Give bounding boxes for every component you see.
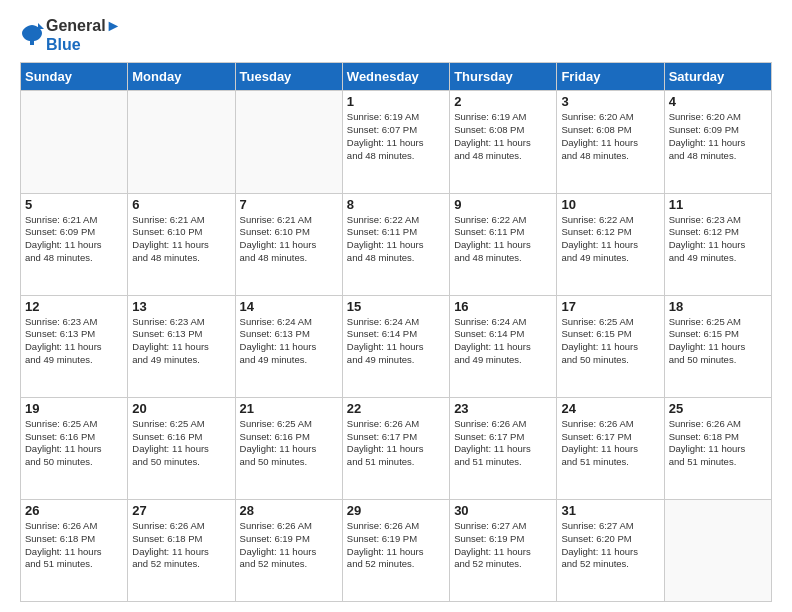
day-info: Sunrise: 6:19 AM Sunset: 6:08 PM Dayligh… [454, 111, 552, 162]
day-number: 16 [454, 299, 552, 314]
header-sunday: Sunday [21, 63, 128, 91]
calendar-cell-w3-d6: 17Sunrise: 6:25 AM Sunset: 6:15 PM Dayli… [557, 295, 664, 397]
calendar-cell-w3-d7: 18Sunrise: 6:25 AM Sunset: 6:15 PM Dayli… [664, 295, 771, 397]
day-info: Sunrise: 6:23 AM Sunset: 6:13 PM Dayligh… [25, 316, 123, 367]
day-number: 15 [347, 299, 445, 314]
calendar-week-2: 5Sunrise: 6:21 AM Sunset: 6:09 PM Daylig… [21, 193, 772, 295]
day-number: 28 [240, 503, 338, 518]
calendar-cell-w1-d2 [128, 91, 235, 193]
day-number: 29 [347, 503, 445, 518]
day-info: Sunrise: 6:27 AM Sunset: 6:20 PM Dayligh… [561, 520, 659, 571]
calendar-cell-w1-d4: 1Sunrise: 6:19 AM Sunset: 6:07 PM Daylig… [342, 91, 449, 193]
calendar-cell-w4-d3: 21Sunrise: 6:25 AM Sunset: 6:16 PM Dayli… [235, 397, 342, 499]
day-number: 9 [454, 197, 552, 212]
day-info: Sunrise: 6:25 AM Sunset: 6:16 PM Dayligh… [25, 418, 123, 469]
header-thursday: Thursday [450, 63, 557, 91]
calendar-week-4: 19Sunrise: 6:25 AM Sunset: 6:16 PM Dayli… [21, 397, 772, 499]
day-info: Sunrise: 6:26 AM Sunset: 6:19 PM Dayligh… [240, 520, 338, 571]
day-info: Sunrise: 6:26 AM Sunset: 6:17 PM Dayligh… [454, 418, 552, 469]
calendar-cell-w1-d7: 4Sunrise: 6:20 AM Sunset: 6:09 PM Daylig… [664, 91, 771, 193]
calendar-cell-w5-d4: 29Sunrise: 6:26 AM Sunset: 6:19 PM Dayli… [342, 499, 449, 601]
day-number: 17 [561, 299, 659, 314]
day-number: 2 [454, 94, 552, 109]
day-number: 4 [669, 94, 767, 109]
calendar-table: Sunday Monday Tuesday Wednesday Thursday… [20, 62, 772, 602]
logo: General► Blue [20, 16, 121, 54]
calendar-cell-w2-d1: 5Sunrise: 6:21 AM Sunset: 6:09 PM Daylig… [21, 193, 128, 295]
day-number: 12 [25, 299, 123, 314]
day-info: Sunrise: 6:22 AM Sunset: 6:11 PM Dayligh… [454, 214, 552, 265]
calendar-cell-w4-d6: 24Sunrise: 6:26 AM Sunset: 6:17 PM Dayli… [557, 397, 664, 499]
calendar-cell-w3-d3: 14Sunrise: 6:24 AM Sunset: 6:13 PM Dayli… [235, 295, 342, 397]
day-info: Sunrise: 6:22 AM Sunset: 6:11 PM Dayligh… [347, 214, 445, 265]
calendar-cell-w1-d3 [235, 91, 342, 193]
day-info: Sunrise: 6:26 AM Sunset: 6:17 PM Dayligh… [561, 418, 659, 469]
day-number: 11 [669, 197, 767, 212]
day-number: 18 [669, 299, 767, 314]
calendar-cell-w2-d2: 6Sunrise: 6:21 AM Sunset: 6:10 PM Daylig… [128, 193, 235, 295]
calendar-cell-w2-d4: 8Sunrise: 6:22 AM Sunset: 6:11 PM Daylig… [342, 193, 449, 295]
logo-bird-icon [20, 21, 44, 49]
calendar-cell-w4-d1: 19Sunrise: 6:25 AM Sunset: 6:16 PM Dayli… [21, 397, 128, 499]
day-number: 3 [561, 94, 659, 109]
day-number: 23 [454, 401, 552, 416]
day-number: 7 [240, 197, 338, 212]
calendar-cell-w1-d1 [21, 91, 128, 193]
calendar-cell-w2-d6: 10Sunrise: 6:22 AM Sunset: 6:12 PM Dayli… [557, 193, 664, 295]
day-number: 30 [454, 503, 552, 518]
day-info: Sunrise: 6:23 AM Sunset: 6:13 PM Dayligh… [132, 316, 230, 367]
day-info: Sunrise: 6:24 AM Sunset: 6:14 PM Dayligh… [454, 316, 552, 367]
header-tuesday: Tuesday [235, 63, 342, 91]
day-info: Sunrise: 6:21 AM Sunset: 6:10 PM Dayligh… [132, 214, 230, 265]
day-info: Sunrise: 6:21 AM Sunset: 6:10 PM Dayligh… [240, 214, 338, 265]
day-number: 6 [132, 197, 230, 212]
day-info: Sunrise: 6:25 AM Sunset: 6:15 PM Dayligh… [561, 316, 659, 367]
day-info: Sunrise: 6:21 AM Sunset: 6:09 PM Dayligh… [25, 214, 123, 265]
calendar-cell-w4-d5: 23Sunrise: 6:26 AM Sunset: 6:17 PM Dayli… [450, 397, 557, 499]
calendar-cell-w1-d5: 2Sunrise: 6:19 AM Sunset: 6:08 PM Daylig… [450, 91, 557, 193]
day-info: Sunrise: 6:19 AM Sunset: 6:07 PM Dayligh… [347, 111, 445, 162]
calendar-cell-w5-d5: 30Sunrise: 6:27 AM Sunset: 6:19 PM Dayli… [450, 499, 557, 601]
day-number: 25 [669, 401, 767, 416]
day-number: 19 [25, 401, 123, 416]
day-number: 1 [347, 94, 445, 109]
calendar-cell-w5-d7 [664, 499, 771, 601]
calendar-week-1: 1Sunrise: 6:19 AM Sunset: 6:07 PM Daylig… [21, 91, 772, 193]
day-number: 20 [132, 401, 230, 416]
calendar-cell-w5-d1: 26Sunrise: 6:26 AM Sunset: 6:18 PM Dayli… [21, 499, 128, 601]
day-info: Sunrise: 6:20 AM Sunset: 6:09 PM Dayligh… [669, 111, 767, 162]
day-info: Sunrise: 6:26 AM Sunset: 6:18 PM Dayligh… [25, 520, 123, 571]
calendar-cell-w4-d4: 22Sunrise: 6:26 AM Sunset: 6:17 PM Dayli… [342, 397, 449, 499]
day-info: Sunrise: 6:25 AM Sunset: 6:16 PM Dayligh… [132, 418, 230, 469]
calendar-header-row: Sunday Monday Tuesday Wednesday Thursday… [21, 63, 772, 91]
day-number: 26 [25, 503, 123, 518]
calendar-cell-w4-d2: 20Sunrise: 6:25 AM Sunset: 6:16 PM Dayli… [128, 397, 235, 499]
calendar-cell-w5-d3: 28Sunrise: 6:26 AM Sunset: 6:19 PM Dayli… [235, 499, 342, 601]
calendar-cell-w5-d6: 31Sunrise: 6:27 AM Sunset: 6:20 PM Dayli… [557, 499, 664, 601]
day-info: Sunrise: 6:27 AM Sunset: 6:19 PM Dayligh… [454, 520, 552, 571]
header-monday: Monday [128, 63, 235, 91]
day-number: 14 [240, 299, 338, 314]
calendar-cell-w4-d7: 25Sunrise: 6:26 AM Sunset: 6:18 PM Dayli… [664, 397, 771, 499]
header-saturday: Saturday [664, 63, 771, 91]
calendar-cell-w3-d5: 16Sunrise: 6:24 AM Sunset: 6:14 PM Dayli… [450, 295, 557, 397]
header-wednesday: Wednesday [342, 63, 449, 91]
calendar-cell-w3-d2: 13Sunrise: 6:23 AM Sunset: 6:13 PM Dayli… [128, 295, 235, 397]
day-number: 21 [240, 401, 338, 416]
calendar-cell-w5-d2: 27Sunrise: 6:26 AM Sunset: 6:18 PM Dayli… [128, 499, 235, 601]
calendar-cell-w2-d3: 7Sunrise: 6:21 AM Sunset: 6:10 PM Daylig… [235, 193, 342, 295]
page-header: General► Blue [20, 16, 772, 54]
calendar-week-5: 26Sunrise: 6:26 AM Sunset: 6:18 PM Dayli… [21, 499, 772, 601]
day-info: Sunrise: 6:25 AM Sunset: 6:16 PM Dayligh… [240, 418, 338, 469]
day-number: 8 [347, 197, 445, 212]
day-number: 13 [132, 299, 230, 314]
day-number: 22 [347, 401, 445, 416]
calendar-cell-w3-d4: 15Sunrise: 6:24 AM Sunset: 6:14 PM Dayli… [342, 295, 449, 397]
calendar-cell-w2-d7: 11Sunrise: 6:23 AM Sunset: 6:12 PM Dayli… [664, 193, 771, 295]
day-info: Sunrise: 6:26 AM Sunset: 6:17 PM Dayligh… [347, 418, 445, 469]
calendar-week-3: 12Sunrise: 6:23 AM Sunset: 6:13 PM Dayli… [21, 295, 772, 397]
day-number: 5 [25, 197, 123, 212]
day-info: Sunrise: 6:24 AM Sunset: 6:14 PM Dayligh… [347, 316, 445, 367]
day-info: Sunrise: 6:24 AM Sunset: 6:13 PM Dayligh… [240, 316, 338, 367]
day-info: Sunrise: 6:26 AM Sunset: 6:18 PM Dayligh… [669, 418, 767, 469]
